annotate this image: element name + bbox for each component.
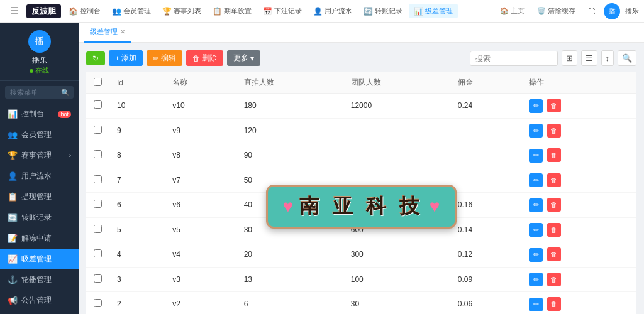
row-checkbox[interactable] [94,274,102,283]
delete-row-button[interactable]: 🗑 [547,247,561,261]
events-arrow-icon: › [69,152,71,159]
sidebar-search: 🔍 [5,86,74,99]
row-checkbox-cell [86,168,109,193]
table-row: 5 v5 30 600 0.14 ✏ 🗑 [86,217,636,242]
top-nav-events[interactable]: 🏆 赛事列表 [157,4,206,18]
delete-row-button[interactable]: 🗑 [547,297,561,311]
th-direct: 直推人数 [236,72,343,94]
notice-icon: 📢 [8,296,18,305]
add-button[interactable]: + 添加 [109,50,143,66]
tab-level-mgmt[interactable]: 级差管理 ✕ [84,23,131,43]
edit-row-button[interactable]: ✏ [529,273,543,286]
row-checkbox[interactable] [94,150,102,158]
more-button[interactable]: 更多 ▾ [227,50,260,66]
content-tabs: 级差管理 ✕ [79,23,644,43]
row-checkbox-cell [86,267,109,292]
sidebar: 播 播乐 在线 🔍 📊 控制台 hot 👥 会员管理 🏆 [0,23,79,314]
top-nav-members[interactable]: 👥 会员管理 [107,4,156,18]
sidebar-item-transfer[interactable]: 🔄 转账记录 [0,207,79,228]
user-avatar-top[interactable]: 播 [604,3,620,19]
sidebar-item-members[interactable]: 👥 会员管理 [0,124,79,145]
events-icon: 🏆 [8,151,18,160]
row-name: v7 [165,168,236,193]
delete-row-button[interactable]: 🗑 [547,173,561,187]
expand-btn[interactable]: ⛶ [584,6,599,16]
hamburger-icon[interactable]: ☰ [5,5,24,17]
row-checkbox[interactable] [94,175,102,183]
level-icon: 📈 [8,254,18,264]
home-btn[interactable]: 🏠 主页 [496,5,528,17]
top-nav-menu: 🏠 控制台 👥 会员管理 🏆 赛事列表 📋 期单设置 📅 下注记录 👤 [64,4,496,18]
orders-nav-icon: 📅 [263,7,272,16]
row-checkbox[interactable] [94,126,102,134]
delete-row-button[interactable]: 🗑 [547,99,561,112]
edit-row-button[interactable]: ✏ [529,198,543,212]
refresh-button[interactable]: ↻ [86,51,105,65]
delete-row-button[interactable]: 🗑 [547,273,561,286]
sidebar-item-level[interactable]: 📈 吸差管理 [0,249,79,269]
row-commission [450,143,521,168]
sidebar-item-events[interactable]: 🏆 赛事管理 › [0,145,79,166]
delete-row-button[interactable]: 🗑 [547,223,561,237]
top-nav-level[interactable]: 📊 级差管理 [409,4,458,18]
row-direct: 6 [236,292,343,315]
top-nav-orders[interactable]: 📅 下注记录 [258,4,307,18]
search-button[interactable]: 🔍 [618,50,636,66]
row-id: 3 [109,267,165,292]
table-search-input[interactable] [470,51,558,66]
sidebar-item-anchor[interactable]: ⚓ 轮播管理 [0,269,79,290]
top-nav-transfer[interactable]: 🔄 转账记录 [358,4,408,18]
edit-row-button[interactable]: ✏ [529,248,543,262]
row-team [343,143,450,168]
row-name: v3 [165,267,236,292]
edit-row-button[interactable]: ✏ [529,223,543,237]
row-id: 7 [109,168,165,193]
delete-row-button[interactable]: 🗑 [547,124,561,138]
row-actions: ✏ 🗑 [521,193,636,218]
row-name: v6 [165,193,236,218]
select-all-checkbox[interactable] [94,78,102,86]
sidebar-item-appeal[interactable]: 📝 解冻申请 [0,228,79,249]
userflow-icon: 👤 [8,171,18,181]
top-nav-dashboard[interactable]: 🏠 控制台 [64,4,106,18]
table-row: 8 v8 90 ✏ 🗑 [86,143,636,168]
list-view-button[interactable]: ☰ [581,50,597,66]
row-checkbox[interactable] [94,249,102,257]
grid-view-button[interactable]: ⊞ [562,50,577,66]
table-row: 10 v10 180 12000 0.24 ✏ 🗑 [86,94,636,119]
sidebar-item-notice[interactable]: 📢 公告管理 [0,290,79,311]
delete-row-button[interactable]: 🗑 [547,148,561,162]
delete-button[interactable]: 🗑 删除 [186,50,223,66]
top-nav-betting[interactable]: 📋 期单设置 [208,4,257,18]
edit-button[interactable]: ✏ 编辑 [147,50,182,66]
row-checkbox-cell [86,118,109,143]
delete-row-button[interactable]: 🗑 [547,198,561,212]
row-commission [450,118,521,143]
edit-row-button[interactable]: ✏ [529,124,543,138]
top-nav-flow[interactable]: 👤 用户流水 [308,4,357,18]
row-checkbox[interactable] [94,100,102,109]
top-nav-right: 🏠 主页 🗑️ 清除缓存 ⛶ 播 播乐 [496,3,639,19]
clear-cache-btn[interactable]: 🗑️ 清除缓存 [533,5,579,17]
row-checkbox[interactable] [94,200,102,208]
edit-row-button[interactable]: ✏ [529,173,543,187]
tab-close-icon[interactable]: ✕ [120,28,125,35]
column-settings-button[interactable]: ↕ [601,50,614,66]
sidebar-item-betting[interactable]: 📋 提现管理 [0,187,79,207]
betting-icon: 📋 [8,192,18,202]
edit-row-button[interactable]: ✏ [529,149,543,163]
row-commission: 0.06 [450,292,521,315]
sidebar-item-dashboard[interactable]: 📊 控制台 hot [0,104,79,124]
row-checkbox-cell [86,94,109,119]
edit-row-button[interactable]: ✏ [529,298,543,311]
edit-row-button[interactable]: ✏ [529,99,543,113]
row-direct: 90 [236,143,343,168]
table-row: 9 v9 120 ✏ 🗑 [86,118,636,143]
row-name: v5 [165,217,236,242]
row-checkbox[interactable] [94,299,102,307]
sidebar-item-online[interactable]: 🌐 在线命令管理 › [0,311,79,314]
row-id: 2 [109,292,165,315]
sidebar-item-userflow[interactable]: 👤 用户流水 [0,166,79,187]
row-checkbox[interactable] [94,225,102,233]
content-area: 级差管理 ✕ ↻ + 添加 ✏ 编辑 � [79,23,644,314]
